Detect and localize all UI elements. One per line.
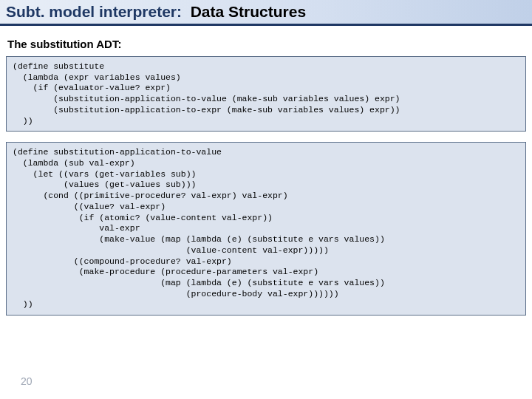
- slide-title-bar: Subt. model interpreter: Data Structures: [0, 0, 532, 26]
- title-main: Data Structures: [191, 3, 306, 20]
- page-number: 20: [21, 375, 33, 387]
- subtitle: The substitution ADT:: [7, 38, 532, 50]
- code-block-substitute: (define substitute (lambda (expr variabl…: [6, 56, 526, 132]
- code-block-application-to-value: (define substitution-application-to-valu…: [6, 142, 526, 316]
- title-prefix: Subt. model interpreter:: [6, 3, 182, 20]
- slide: Subt. model interpreter: Data Structures…: [0, 0, 532, 399]
